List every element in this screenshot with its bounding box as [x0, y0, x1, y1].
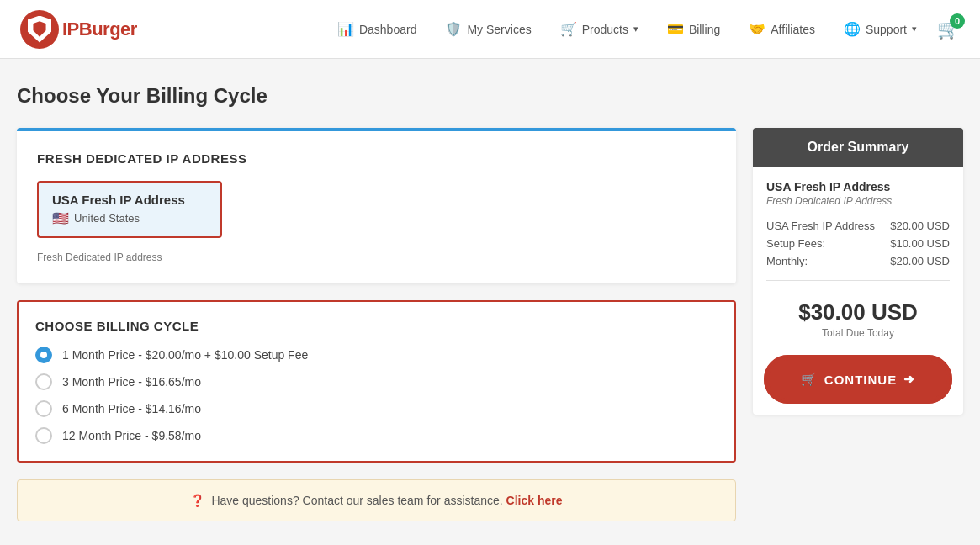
- billing-option-6month-label: 6 Month Price - $14.16/mo: [62, 402, 201, 415]
- order-total-label: Total Due Today: [766, 327, 950, 339]
- logo[interactable]: IPBurger: [20, 10, 137, 49]
- order-total: $30.00 USD Total Due Today: [766, 291, 950, 344]
- order-line-setup-value: $10.00 USD: [890, 237, 950, 250]
- help-bar: ❓ Have questions? Contact our sales team…: [17, 479, 736, 521]
- help-bar-text: Have questions? Contact our sales team f…: [211, 494, 502, 507]
- order-product-sub: Fresh Dedicated IP Address: [766, 195, 950, 207]
- right-panel: Order Summary USA Fresh IP Address Fresh…: [753, 128, 963, 415]
- nav-label-affiliates: Affiliates: [771, 23, 815, 36]
- nav-items: 📊 Dashboard 🛡️ My Services 🛒 Products ▾ …: [326, 14, 929, 44]
- product-card-selected[interactable]: USA Fresh IP Address 🇺🇸 United States: [37, 181, 222, 238]
- order-divider: [766, 280, 950, 281]
- affiliates-icon: 🤝: [749, 21, 765, 37]
- cart-button[interactable]: 🛒 0: [937, 19, 960, 40]
- order-product-name: USA Fresh IP Address: [766, 180, 950, 193]
- products-chevron-icon: ▾: [633, 24, 638, 34]
- billing-option-3month[interactable]: 3 Month Price - $16.65/mo: [35, 373, 718, 390]
- radio-3month: [35, 373, 52, 390]
- billing-options: 1 Month Price - $20.00/mo + $10.00 Setup…: [35, 347, 718, 444]
- nav-label-products: Products: [582, 23, 628, 36]
- nav-label-myservices: My Services: [467, 23, 531, 36]
- continue-button-label: CONTINUE: [824, 373, 897, 387]
- cart-badge: 0: [950, 13, 965, 29]
- radio-6month: [35, 400, 52, 417]
- order-line-monthly-label: Monthly:: [766, 255, 808, 267]
- logo-text: IPBurger: [62, 19, 137, 40]
- logo-burger: Burger: [79, 19, 137, 40]
- left-panel: FRESH DEDICATED IP ADDRESS USA Fresh IP …: [17, 128, 736, 521]
- product-country-label: United States: [74, 212, 140, 225]
- continue-button[interactable]: 🛒 CONTINUE ➜: [766, 357, 950, 401]
- billing-section-heading: CHOOSE BILLING CYCLE: [35, 319, 718, 333]
- billing-option-3month-label: 3 Month Price - $16.65/mo: [62, 375, 201, 389]
- nav-label-dashboard: Dashboard: [359, 23, 417, 36]
- order-total-amount: $30.00 USD: [766, 299, 950, 325]
- nav-item-support[interactable]: 🌐 Support ▾: [832, 14, 929, 44]
- nav-item-dashboard[interactable]: 📊 Dashboard: [326, 14, 429, 44]
- content-wrapper: FRESH DEDICATED IP ADDRESS USA Fresh IP …: [17, 128, 963, 521]
- continue-arrow-icon: ➜: [903, 372, 915, 387]
- product-card-title: USA Fresh IP Address: [52, 193, 207, 207]
- page-title: Choose Your Billing Cycle: [17, 84, 963, 108]
- order-line-product-label: USA Fresh IP Address: [766, 220, 875, 232]
- billing-option-1month[interactable]: 1 Month Price - $20.00/mo + $10.00 Setup…: [35, 347, 718, 363]
- us-flag-icon: 🇺🇸: [52, 210, 69, 226]
- order-line-setup: Setup Fees: $10.00 USD: [766, 235, 950, 252]
- help-bar-link[interactable]: Click here: [506, 494, 563, 507]
- radio-1month: [35, 347, 52, 363]
- product-section: FRESH DEDICATED IP ADDRESS USA Fresh IP …: [17, 128, 736, 283]
- nav-item-billing[interactable]: 💳 Billing: [655, 14, 732, 44]
- order-summary: Order Summary USA Fresh IP Address Fresh…: [753, 128, 963, 415]
- billing-option-12month-label: 12 Month Price - $9.58/mo: [62, 429, 201, 442]
- order-summary-header: Order Summary: [753, 128, 963, 167]
- help-icon: ❓: [190, 494, 204, 507]
- order-summary-body: USA Fresh IP Address Fresh Dedicated IP …: [753, 167, 963, 415]
- support-icon: 🌐: [844, 21, 861, 37]
- product-card-country: 🇺🇸 United States: [52, 210, 207, 226]
- radio-12month: [35, 427, 52, 444]
- billing-icon: 💳: [667, 21, 684, 37]
- product-card-description: Fresh Dedicated IP address: [37, 251, 716, 263]
- support-chevron-icon: ▾: [912, 24, 917, 34]
- navbar: IPBurger 📊 Dashboard 🛡️ My Services 🛒 Pr…: [0, 0, 980, 59]
- order-line-setup-label: Setup Fees:: [766, 237, 825, 250]
- logo-ip: IP: [62, 19, 79, 40]
- order-line-monthly: Monthly: $20.00 USD: [766, 252, 950, 270]
- billing-option-1month-label: 1 Month Price - $20.00/mo + $10.00 Setup…: [62, 348, 308, 362]
- continue-cart-icon: 🛒: [801, 372, 818, 387]
- order-line-monthly-value: $20.00 USD: [890, 255, 950, 267]
- nav-item-affiliates[interactable]: 🤝 Affiliates: [737, 14, 827, 44]
- nav-item-products[interactable]: 🛒 Products ▾: [548, 14, 650, 44]
- dashboard-icon: 📊: [337, 21, 354, 37]
- nav-item-myservices[interactable]: 🛡️ My Services: [433, 14, 543, 44]
- logo-shield-icon: [20, 10, 59, 49]
- myservices-icon: 🛡️: [445, 21, 462, 37]
- billing-option-12month[interactable]: 12 Month Price - $9.58/mo: [35, 427, 718, 444]
- nav-label-billing: Billing: [689, 23, 720, 36]
- product-section-heading: FRESH DEDICATED IP ADDRESS: [37, 151, 716, 166]
- billing-option-6month[interactable]: 6 Month Price - $14.16/mo: [35, 400, 718, 417]
- nav-label-support: Support: [866, 23, 907, 36]
- order-line-product-value: $20.00 USD: [890, 220, 950, 232]
- billing-section: CHOOSE BILLING CYCLE 1 Month Price - $20…: [17, 300, 736, 463]
- order-line-product: USA Fresh IP Address $20.00 USD: [766, 217, 950, 235]
- main-content: Choose Your Billing Cycle FRESH DEDICATE…: [0, 59, 980, 545]
- products-icon: 🛒: [560, 21, 577, 37]
